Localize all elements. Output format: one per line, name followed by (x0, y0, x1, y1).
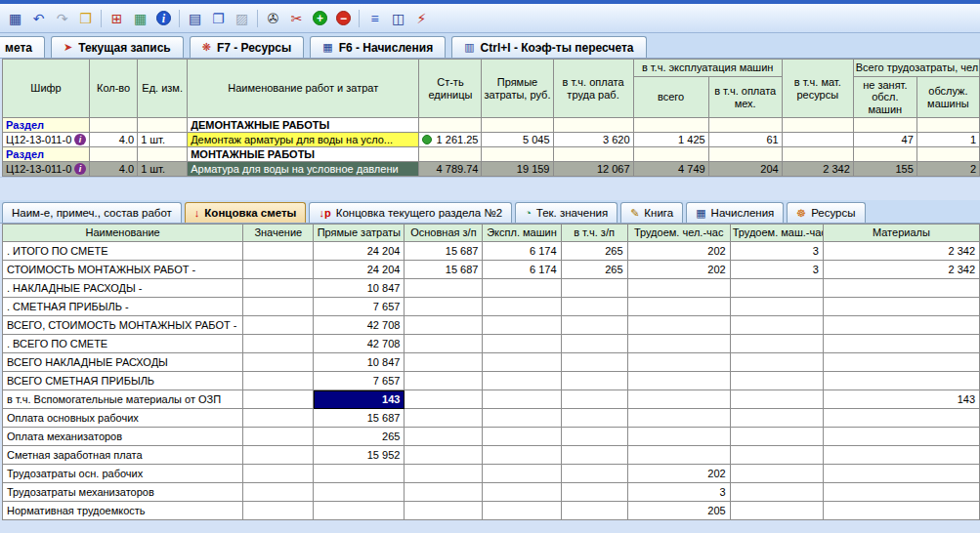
cell[interactable] (823, 502, 979, 520)
open-button[interactable]: ❒ (74, 8, 97, 29)
cell[interactable]: 202 (627, 465, 730, 483)
cell[interactable]: Демонтаж арматуры для воды на усло... (188, 133, 419, 147)
save-button[interactable]: ▦ (4, 8, 26, 29)
cell[interactable]: 265 (314, 428, 405, 446)
cell[interactable] (823, 465, 979, 483)
table-row[interactable]: . СМЕТНАЯ ПРИБЫЛЬ - 7 657 (3, 298, 980, 316)
cell[interactable] (482, 118, 553, 133)
cell[interactable] (823, 446, 979, 465)
tab-section-endnote[interactable]: ↓pКонцовка текущего раздела №2 (309, 202, 512, 223)
cell[interactable]: Арматура для воды на условное давлени (188, 162, 419, 177)
col-header-qty[interactable]: Кол-во (90, 60, 138, 118)
tab-book[interactable]: ✎Книга (620, 202, 683, 223)
selected-item-row[interactable]: Ц12-13-011-0 4.0 1 шт. Арматура для воды… (3, 162, 980, 177)
table-row[interactable]: Сметная заработная плата 15 952 (3, 446, 980, 465)
col-header-direct[interactable]: Прямые затраты (314, 225, 405, 242)
cell[interactable]: 2 (916, 162, 979, 177)
attachment-button[interactable]: ✇ (262, 8, 284, 29)
cell[interactable] (243, 502, 314, 520)
table-row[interactable]: Оплата механизаторов 265 (3, 428, 980, 446)
cell[interactable] (405, 409, 483, 428)
cell[interactable]: 3 620 (553, 133, 633, 147)
cell[interactable]: 202 (627, 242, 730, 261)
cell[interactable]: 19 159 (482, 162, 553, 177)
tab-f7-resources[interactable]: ❋F7 - Ресурсы (190, 36, 305, 58)
redo-button[interactable]: ↷ (51, 8, 73, 29)
cell[interactable] (483, 446, 561, 465)
cell[interactable]: Оплата механизаторов (3, 428, 243, 446)
cell[interactable] (561, 428, 627, 446)
cell[interactable]: 6 174 (483, 261, 561, 279)
paste-button[interactable]: ▨ (231, 8, 253, 29)
cell[interactable] (90, 118, 138, 133)
cell[interactable]: 42 708 (314, 335, 405, 353)
cell[interactable] (730, 428, 823, 446)
cell[interactable] (627, 428, 730, 446)
cell[interactable] (823, 428, 979, 446)
section-row[interactable]: Раздел ДЕМОНТАЖНЫЕ РАБОТЫ (3, 118, 980, 133)
cell[interactable]: 1 (916, 133, 979, 147)
cell[interactable] (483, 335, 561, 353)
cell[interactable]: 15 687 (314, 409, 405, 428)
list-button[interactable]: ≡ (363, 8, 386, 29)
cell[interactable] (561, 502, 627, 520)
cell[interactable]: Ц12-13-011-0 (3, 133, 90, 147)
cell[interactable] (405, 465, 483, 483)
cell[interactable] (314, 502, 405, 520)
cell[interactable] (243, 335, 314, 353)
col-header-materials[interactable]: в т.ч. мат. ресурсы (782, 60, 853, 118)
recalculate-button[interactable]: ⊞ (106, 8, 128, 29)
cell[interactable]: Трудозатраты осн. рабочих (3, 465, 243, 483)
cell[interactable]: МОНТАЖНЫЕ РАБОТЫ (188, 147, 419, 162)
cell[interactable] (853, 147, 916, 162)
cell[interactable] (561, 279, 627, 298)
cell[interactable] (730, 353, 823, 372)
cell[interactable] (561, 298, 627, 316)
tab-estimate-endnote[interactable]: ↓Концовка сметы (185, 202, 307, 223)
cell[interactable] (823, 298, 979, 316)
remove-row-button[interactable]: − (332, 8, 355, 29)
selected-cell[interactable]: 143 (314, 390, 405, 409)
cell[interactable] (782, 147, 853, 162)
cell[interactable] (561, 446, 627, 465)
tab-accruals[interactable]: ▦Начисления (686, 202, 784, 223)
cell[interactable] (419, 118, 482, 133)
cell[interactable]: 4.0 (90, 162, 138, 177)
cell[interactable] (405, 372, 483, 390)
cell[interactable]: 5 045 (482, 133, 553, 147)
cell[interactable] (314, 465, 405, 483)
cell[interactable] (782, 133, 853, 147)
cell[interactable] (633, 147, 708, 162)
cell[interactable] (138, 118, 188, 133)
item-row[interactable]: Ц12-13-011-0 4.0 1 шт. Демонтаж арматуры… (3, 133, 980, 147)
cell[interactable] (627, 390, 730, 409)
cell[interactable]: Раздел (3, 118, 90, 133)
col-group-labor[interactable]: Всего трудозатраты, чел.час (853, 60, 979, 77)
cell[interactable]: 10 847 (314, 353, 405, 372)
cell[interactable] (405, 335, 483, 353)
cell[interactable] (405, 502, 483, 520)
cell[interactable] (627, 279, 730, 298)
cell[interactable]: 204 (708, 162, 782, 177)
cell[interactable] (730, 316, 823, 335)
cell[interactable]: 24 204 (314, 242, 405, 261)
cell[interactable]: 6 174 (483, 242, 561, 261)
cell[interactable] (561, 465, 627, 483)
cell[interactable] (627, 335, 730, 353)
cell[interactable] (627, 409, 730, 428)
cell[interactable] (553, 147, 633, 162)
cell[interactable] (782, 118, 853, 133)
col-header-labor-machhours[interactable]: Трудоем. маш.-час (730, 225, 823, 242)
section-row[interactable]: Раздел МОНТАЖНЫЕ РАБОТЫ (3, 147, 980, 162)
cell[interactable]: . ИТОГО ПО СМЕТЕ (3, 242, 243, 261)
cell[interactable] (561, 335, 627, 353)
cell[interactable] (561, 409, 627, 428)
cell[interactable] (483, 502, 561, 520)
col-header-materials[interactable]: Материалы (823, 225, 979, 242)
cell[interactable] (405, 390, 483, 409)
cell[interactable] (405, 483, 483, 502)
cell[interactable] (243, 372, 314, 390)
cell[interactable]: Трудозатраты механизаторов (3, 483, 243, 502)
cell[interactable]: 3 (730, 261, 823, 279)
cell[interactable]: 15 952 (314, 446, 405, 465)
